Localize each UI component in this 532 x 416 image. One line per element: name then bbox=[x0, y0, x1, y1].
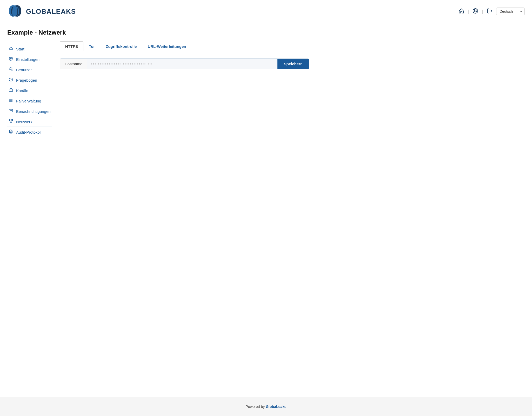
separator-1: | bbox=[468, 9, 469, 14]
sidebar-item-audit-protokoll[interactable]: Audit-Protokoll bbox=[7, 127, 52, 138]
footer: Powered by GlobaLeaks bbox=[0, 397, 532, 416]
settings-icon bbox=[8, 57, 14, 62]
svg-point-6 bbox=[10, 58, 11, 59]
footer-text: Powered by bbox=[245, 405, 266, 409]
svg-rect-15 bbox=[12, 119, 13, 120]
sidebar: Start Einstellungen Benutzer Fragebögen bbox=[0, 41, 52, 394]
home-button[interactable] bbox=[457, 7, 465, 16]
svg-rect-16 bbox=[10, 122, 11, 123]
tab-zugriffskontrolle[interactable]: Zugriffskontrolle bbox=[100, 41, 142, 51]
case-mgmt-icon bbox=[8, 98, 14, 103]
logo-icon bbox=[7, 4, 23, 19]
sidebar-item-benachrichtigungen[interactable]: Benachrichtigungen bbox=[7, 106, 52, 117]
sidebar-item-fragebögen[interactable]: Fragebögen bbox=[7, 75, 52, 86]
separator-2: | bbox=[482, 9, 483, 14]
sidebar-item-einstellungen[interactable]: Einstellungen bbox=[7, 54, 52, 65]
hostname-form-row: Hostname Speichern bbox=[60, 58, 309, 69]
language-select[interactable]: Deutsch English Français Español bbox=[496, 8, 525, 15]
logo-area: GLOBALEAKS bbox=[7, 4, 76, 19]
sidebar-label-netzwerk: Netzwerk bbox=[16, 120, 32, 124]
logo-text: GLOBALEAKS bbox=[26, 8, 76, 16]
svg-point-2 bbox=[13, 5, 17, 17]
sidebar-item-netzwerk[interactable]: Netzwerk bbox=[7, 117, 52, 127]
page-title: Example - Netzwerk bbox=[7, 29, 525, 36]
tab-url-weiterleitungen[interactable]: URL-Weiterleitungen bbox=[142, 41, 191, 51]
tabs: HTTPS Tor Zugriffskontrolle URL-Weiterle… bbox=[60, 41, 524, 51]
sidebar-item-benutzer[interactable]: Benutzer bbox=[7, 65, 52, 75]
svg-rect-14 bbox=[9, 119, 10, 120]
logout-button[interactable] bbox=[486, 7, 494, 16]
sidebar-label-kanäle: Kanäle bbox=[16, 88, 28, 93]
sidebar-label-fallverwaltung: Fallverwaltung bbox=[16, 99, 41, 103]
hostname-input[interactable] bbox=[87, 59, 277, 69]
notifications-icon bbox=[8, 109, 14, 114]
tab-tor[interactable]: Tor bbox=[83, 41, 100, 51]
sidebar-label-benutzer: Benutzer bbox=[16, 68, 32, 72]
audit-icon bbox=[8, 129, 14, 135]
tab-https[interactable]: HTTPS bbox=[60, 41, 83, 51]
sidebar-label-start: Start bbox=[16, 47, 24, 51]
footer-link[interactable]: GlobaLeaks bbox=[266, 405, 286, 409]
hostname-label: Hostname bbox=[60, 59, 87, 69]
sidebar-item-fallverwaltung[interactable]: Fallverwaltung bbox=[7, 96, 52, 106]
sidebar-label-audit-protokoll: Audit-Protokoll bbox=[16, 130, 42, 134]
svg-point-3 bbox=[475, 9, 476, 11]
page-title-area: Example - Netzwerk bbox=[0, 23, 532, 39]
channels-icon bbox=[8, 88, 14, 93]
sidebar-item-start[interactable]: Start bbox=[7, 44, 52, 54]
sidebar-item-kanäle[interactable]: Kanäle bbox=[7, 86, 52, 96]
user-settings-button[interactable] bbox=[471, 7, 479, 16]
svg-point-7 bbox=[10, 68, 11, 69]
questionnaire-icon bbox=[8, 77, 14, 83]
svg-rect-10 bbox=[9, 89, 12, 92]
save-button[interactable]: Speichern bbox=[277, 59, 309, 69]
users-icon bbox=[8, 67, 14, 72]
sidebar-label-fragebögen: Fragebögen bbox=[16, 78, 37, 82]
content-area: HTTPS Tor Zugriffskontrolle URL-Weiterle… bbox=[52, 41, 532, 394]
sidebar-label-einstellungen: Einstellungen bbox=[16, 57, 39, 62]
header: GLOBALEAKS | | Deutsch English bbox=[0, 0, 532, 23]
header-right: | | Deutsch English Français Español bbox=[457, 7, 525, 16]
sidebar-label-benachrichtigungen: Benachrichtigungen bbox=[16, 109, 51, 114]
main-layout: Start Einstellungen Benutzer Fragebögen bbox=[0, 39, 532, 397]
home-icon bbox=[8, 46, 14, 51]
network-icon bbox=[8, 119, 14, 124]
